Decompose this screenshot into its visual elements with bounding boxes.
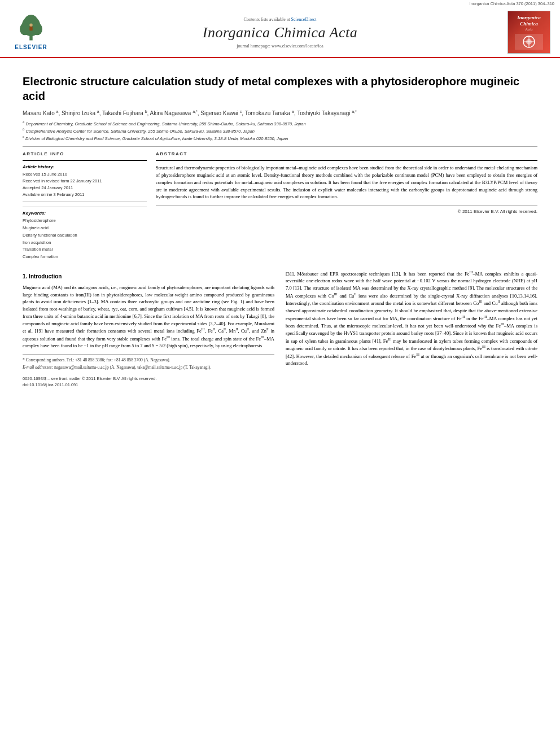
svg-point-2 bbox=[20, 23, 30, 35]
keywords-box: Keywords: Phytosiderophore Mugineic acid… bbox=[23, 207, 147, 261]
affiliations: a Department of Chemistry, Graduate Scho… bbox=[23, 120, 537, 142]
page: Inorganica Chimica Acta 370 (2011) 304–3… bbox=[0, 0, 560, 747]
abstract-column: ABSTRACT Structural and thermodynamic pr… bbox=[156, 151, 537, 261]
available-date: Available online 3 February 2011 bbox=[23, 191, 147, 198]
svg-rect-6 bbox=[29, 26, 32, 30]
revised-date: Received in revised form 22 January 2011 bbox=[23, 178, 147, 185]
article-history-box: Article history: Received 15 June 2010 R… bbox=[23, 160, 147, 202]
body-col-right: [31]. Mössbauer and EPR spectroscopic te… bbox=[286, 270, 537, 388]
abstract-label: ABSTRACT bbox=[156, 151, 537, 156]
affiliation-a: a Department of Chemistry, Graduate Scho… bbox=[23, 120, 537, 127]
svg-point-3 bbox=[32, 23, 42, 35]
journal-title-area: Contents lists available at ScienceDirec… bbox=[56, 11, 504, 57]
footnote-1: * Corresponding authors. Tel.: +81 48 85… bbox=[23, 357, 274, 363]
journal-name: Inorganica Chimica Acta bbox=[203, 24, 357, 41]
elsevier-wordmark: ELSEVIER bbox=[15, 44, 47, 50]
journal-ref-line: Inorganica Chimica Acta 370 (2011) 304–3… bbox=[0, 0, 560, 6]
divider-1 bbox=[23, 146, 537, 147]
journal-header: ELSEVIER Contents lists available at Sci… bbox=[0, 6, 560, 58]
doi-text-2: doi:10.1016/j.ica.2011.01.091 bbox=[23, 382, 274, 388]
keyword-6: Complex formation bbox=[23, 254, 147, 261]
info-abstract-section: ARTICLE INFO Article history: Received 1… bbox=[23, 151, 537, 261]
doi-text-1: 0020-1693/$ – see front matter © 2011 El… bbox=[23, 375, 274, 382]
svg-point-4 bbox=[25, 15, 37, 25]
keyword-3: Density functional calculation bbox=[23, 232, 147, 239]
affiliation-b: b Comprehensive Analysis Center for Scie… bbox=[23, 127, 537, 134]
footnote-2: E-mail addresses: nagasawa@mail.saitama-… bbox=[23, 364, 274, 370]
affiliation-c: c Division of Biological Chemistry and F… bbox=[23, 134, 537, 142]
doi-line: 0020-1693/$ – see front matter © 2011 El… bbox=[23, 375, 274, 388]
keyword-5: Transition metal bbox=[23, 246, 147, 254]
keyword-4: Iron acquisition bbox=[23, 239, 147, 247]
sciencedirect-link[interactable]: ScienceDirect bbox=[291, 17, 317, 22]
keyword-2: Mugineic acid bbox=[23, 225, 147, 232]
abstract-box: Structural and thermodynamic properties … bbox=[156, 160, 537, 206]
contents-link: Contents lists available at ScienceDirec… bbox=[244, 17, 317, 22]
keywords-title: Keywords: bbox=[23, 211, 147, 216]
keyword-1: Phytosiderophore bbox=[23, 217, 147, 225]
abstract-text: Structural and thermodynamic properties … bbox=[156, 164, 537, 200]
authors: Masaru Kato a, Shinjiro Izuka a, Takashi… bbox=[23, 109, 537, 117]
ica-badge-area: Inorganica Chimica Acta bbox=[504, 11, 554, 57]
accepted-date: Accepted 24 January 2011 bbox=[23, 185, 147, 191]
svg-point-5 bbox=[29, 23, 32, 26]
elsevier-logo-area: ELSEVIER bbox=[6, 11, 56, 57]
article-history-title: Article history: bbox=[23, 164, 147, 169]
body-col-left: 1. Introduction Mugineic acid (MA) and i… bbox=[23, 270, 274, 388]
article-info-label: ARTICLE INFO bbox=[23, 151, 147, 156]
ica-badge-icon bbox=[518, 34, 540, 50]
ica-journal-badge: Inorganica Chimica Acta bbox=[508, 11, 550, 54]
footnote-area: * Corresponding authors. Tel.: +81 48 85… bbox=[23, 354, 274, 371]
article-content: Electronic structure calculation study o… bbox=[0, 58, 560, 394]
section1-heading: 1. Introduction bbox=[23, 272, 274, 281]
article-info-column: ARTICLE INFO Article history: Received 1… bbox=[23, 151, 147, 261]
elsevier-tree-icon bbox=[14, 15, 48, 43]
copyright-line: © 2011 Elsevier B.V. All rights reserved… bbox=[156, 209, 537, 214]
article-title: Electronic structure calculation study o… bbox=[23, 74, 537, 103]
received-date: Received 15 June 2010 bbox=[23, 171, 147, 178]
body-para-1: Mugineic acid (MA) and its analogous aci… bbox=[23, 284, 274, 350]
body-content: 1. Introduction Mugineic acid (MA) and i… bbox=[23, 270, 537, 388]
body-para-2: [31]. Mössbauer and EPR spectroscopic te… bbox=[286, 270, 537, 367]
journal-homepage: journal homepage: www.elsevier.com/locat… bbox=[237, 43, 323, 49]
elsevier-logo: ELSEVIER bbox=[14, 15, 48, 50]
